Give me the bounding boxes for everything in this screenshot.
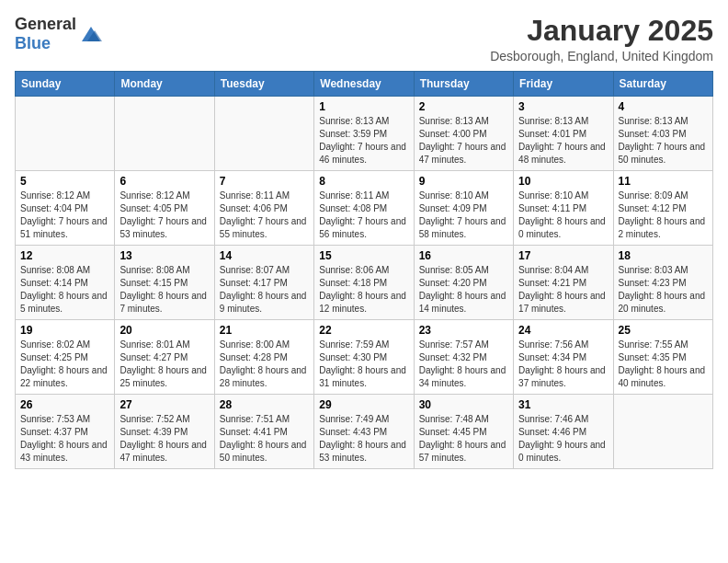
cell-0-3: 1Sunrise: 8:13 AM Sunset: 3:59 PM Daylig… (314, 97, 414, 171)
cell-3-2: 21Sunrise: 8:00 AM Sunset: 4:28 PM Dayli… (214, 320, 313, 395)
day-number-13: 13 (119, 249, 209, 262)
day-number-27: 27 (119, 398, 209, 411)
day-number-21: 21 (220, 324, 309, 337)
day-number-7: 7 (220, 175, 309, 188)
cell-3-4: 23Sunrise: 7:57 AM Sunset: 4:32 PM Dayli… (414, 320, 513, 395)
day-info-29: Sunrise: 7:49 AM Sunset: 4:43 PM Dayligh… (319, 413, 408, 465)
day-number-11: 11 (619, 175, 708, 188)
day-number-10: 10 (518, 175, 608, 188)
day-number-22: 22 (319, 324, 408, 337)
day-info-27: Sunrise: 7:52 AM Sunset: 4:39 PM Dayligh… (119, 413, 209, 465)
cell-3-5: 24Sunrise: 7:56 AM Sunset: 4:34 PM Dayli… (514, 320, 613, 395)
day-info-20: Sunrise: 8:01 AM Sunset: 4:27 PM Dayligh… (119, 339, 209, 390)
day-info-18: Sunrise: 8:03 AM Sunset: 4:23 PM Dayligh… (619, 264, 708, 316)
cell-1-2: 7Sunrise: 8:11 AM Sunset: 4:06 PM Daylig… (214, 171, 313, 246)
day-number-6: 6 (119, 175, 209, 188)
cell-0-5: 3Sunrise: 8:13 AM Sunset: 4:01 PM Daylig… (514, 97, 613, 171)
day-info-26: Sunrise: 7:53 AM Sunset: 4:37 PM Dayligh… (20, 413, 109, 465)
day-number-9: 9 (419, 175, 508, 188)
day-info-6: Sunrise: 8:12 AM Sunset: 4:05 PM Dayligh… (119, 190, 209, 241)
day-info-23: Sunrise: 7:57 AM Sunset: 4:32 PM Dayligh… (419, 339, 508, 390)
day-number-18: 18 (619, 249, 708, 262)
cell-1-0: 5Sunrise: 8:12 AM Sunset: 4:04 PM Daylig… (16, 171, 115, 246)
day-info-13: Sunrise: 8:08 AM Sunset: 4:15 PM Dayligh… (119, 264, 209, 316)
cell-3-3: 22Sunrise: 7:59 AM Sunset: 4:30 PM Dayli… (314, 320, 414, 395)
day-number-3: 3 (518, 100, 608, 113)
calendar-title: January 2025 (490, 15, 713, 47)
header-friday: Friday (514, 72, 613, 97)
day-info-31: Sunrise: 7:46 AM Sunset: 4:46 PM Dayligh… (518, 413, 608, 465)
header-saturday: Saturday (613, 72, 712, 97)
day-info-30: Sunrise: 7:48 AM Sunset: 4:45 PM Dayligh… (419, 413, 508, 465)
week-row-2: 12Sunrise: 8:08 AM Sunset: 4:14 PM Dayli… (16, 246, 713, 320)
day-info-10: Sunrise: 8:10 AM Sunset: 4:11 PM Dayligh… (518, 190, 608, 241)
cell-3-1: 20Sunrise: 8:01 AM Sunset: 4:27 PM Dayli… (115, 320, 214, 395)
cell-4-0: 26Sunrise: 7:53 AM Sunset: 4:37 PM Dayli… (16, 395, 115, 469)
week-row-1: 5Sunrise: 8:12 AM Sunset: 4:04 PM Daylig… (16, 171, 713, 246)
week-row-4: 26Sunrise: 7:53 AM Sunset: 4:37 PM Dayli… (16, 395, 713, 469)
day-info-15: Sunrise: 8:06 AM Sunset: 4:18 PM Dayligh… (319, 264, 408, 316)
cell-1-4: 9Sunrise: 8:10 AM Sunset: 4:09 PM Daylig… (414, 171, 513, 246)
cell-2-4: 16Sunrise: 8:05 AM Sunset: 4:20 PM Dayli… (414, 246, 513, 320)
day-number-5: 5 (20, 175, 109, 188)
cell-2-1: 13Sunrise: 8:08 AM Sunset: 4:15 PM Dayli… (115, 246, 214, 320)
day-number-20: 20 (119, 324, 209, 337)
calendar-subtitle: Desborough, England, United Kingdom (490, 49, 713, 63)
cell-4-6 (613, 395, 712, 469)
cell-3-0: 19Sunrise: 8:02 AM Sunset: 4:25 PM Dayli… (16, 320, 115, 395)
cell-0-4: 2Sunrise: 8:13 AM Sunset: 4:00 PM Daylig… (414, 97, 513, 171)
cell-2-5: 17Sunrise: 8:04 AM Sunset: 4:21 PM Dayli… (514, 246, 613, 320)
day-number-24: 24 (518, 324, 608, 337)
cell-0-1 (115, 97, 214, 171)
day-info-1: Sunrise: 8:13 AM Sunset: 3:59 PM Dayligh… (319, 115, 408, 167)
day-info-21: Sunrise: 8:00 AM Sunset: 4:28 PM Dayligh… (220, 339, 309, 390)
day-number-16: 16 (419, 249, 508, 262)
day-info-28: Sunrise: 7:51 AM Sunset: 4:41 PM Dayligh… (220, 413, 309, 465)
header-sunday: Sunday (16, 72, 115, 97)
day-number-28: 28 (220, 398, 309, 411)
cell-2-3: 15Sunrise: 8:06 AM Sunset: 4:18 PM Dayli… (314, 246, 414, 320)
logo: General Blue (15, 15, 104, 53)
day-number-23: 23 (419, 324, 508, 337)
logo-general: General (15, 15, 76, 33)
cell-2-2: 14Sunrise: 8:07 AM Sunset: 4:17 PM Dayli… (214, 246, 313, 320)
cell-0-0 (16, 97, 115, 171)
cell-1-6: 11Sunrise: 8:09 AM Sunset: 4:12 PM Dayli… (613, 171, 712, 246)
day-info-11: Sunrise: 8:09 AM Sunset: 4:12 PM Dayligh… (619, 190, 708, 241)
day-number-30: 30 (419, 398, 508, 411)
day-number-14: 14 (220, 249, 309, 262)
week-row-0: 1Sunrise: 8:13 AM Sunset: 3:59 PM Daylig… (16, 97, 713, 171)
cell-0-2 (214, 97, 313, 171)
day-number-2: 2 (419, 100, 508, 113)
header-tuesday: Tuesday (214, 72, 313, 97)
cell-0-6: 4Sunrise: 8:13 AM Sunset: 4:03 PM Daylig… (613, 97, 712, 171)
day-info-7: Sunrise: 8:11 AM Sunset: 4:06 PM Dayligh… (220, 190, 309, 241)
cell-2-0: 12Sunrise: 8:08 AM Sunset: 4:14 PM Dayli… (16, 246, 115, 320)
logo-text: General Blue (15, 15, 76, 53)
header-row: Sunday Monday Tuesday Wednesday Thursday… (16, 72, 713, 97)
cell-1-3: 8Sunrise: 8:11 AM Sunset: 4:08 PM Daylig… (314, 171, 414, 246)
cell-1-5: 10Sunrise: 8:10 AM Sunset: 4:11 PM Dayli… (514, 171, 613, 246)
day-number-17: 17 (518, 249, 608, 262)
day-info-19: Sunrise: 8:02 AM Sunset: 4:25 PM Dayligh… (20, 339, 109, 390)
cell-4-4: 30Sunrise: 7:48 AM Sunset: 4:45 PM Dayli… (414, 395, 513, 469)
day-number-12: 12 (20, 249, 109, 262)
cell-4-2: 28Sunrise: 7:51 AM Sunset: 4:41 PM Dayli… (214, 395, 313, 469)
day-info-25: Sunrise: 7:55 AM Sunset: 4:35 PM Dayligh… (619, 339, 708, 390)
day-number-29: 29 (319, 398, 408, 411)
cell-3-6: 25Sunrise: 7:55 AM Sunset: 4:35 PM Dayli… (613, 320, 712, 395)
day-number-31: 31 (518, 398, 608, 411)
day-number-8: 8 (319, 175, 408, 188)
cell-4-5: 31Sunrise: 7:46 AM Sunset: 4:46 PM Dayli… (514, 395, 613, 469)
cell-4-3: 29Sunrise: 7:49 AM Sunset: 4:43 PM Dayli… (314, 395, 414, 469)
day-info-22: Sunrise: 7:59 AM Sunset: 4:30 PM Dayligh… (319, 339, 408, 390)
page-header: General Blue January 2025 Desborough, En… (15, 15, 713, 63)
day-info-5: Sunrise: 8:12 AM Sunset: 4:04 PM Dayligh… (20, 190, 109, 241)
header-monday: Monday (115, 72, 214, 97)
calendar-header: Sunday Monday Tuesday Wednesday Thursday… (16, 72, 713, 97)
cell-2-6: 18Sunrise: 8:03 AM Sunset: 4:23 PM Dayli… (613, 246, 712, 320)
day-info-12: Sunrise: 8:08 AM Sunset: 4:14 PM Dayligh… (20, 264, 109, 316)
cell-4-1: 27Sunrise: 7:52 AM Sunset: 4:39 PM Dayli… (115, 395, 214, 469)
day-info-4: Sunrise: 8:13 AM Sunset: 4:03 PM Dayligh… (619, 115, 708, 167)
day-info-8: Sunrise: 8:11 AM Sunset: 4:08 PM Dayligh… (319, 190, 408, 241)
